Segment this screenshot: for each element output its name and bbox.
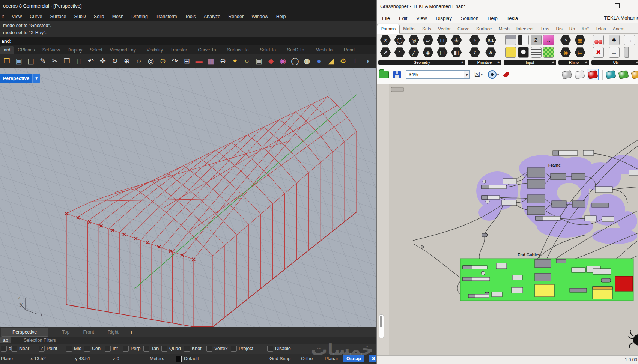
rhino-toolbar-icon[interactable]: ◢ (325, 56, 337, 67)
component-hex-icon[interactable]: A (485, 47, 497, 58)
toolbar-tab[interactable]: Set View (39, 46, 64, 54)
osnap-option[interactable]: ✓ Point (39, 346, 57, 352)
viewport-dropdown-icon[interactable]: ▼ (32, 74, 40, 83)
toolbar-tab[interactable]: Select (86, 46, 106, 54)
rhino-toolbar-icon[interactable]: ↻ (109, 56, 121, 67)
osnap-option[interactable]: ✓ d (1, 346, 11, 352)
viewport-title-chip[interactable]: Perspective ▼ (0, 74, 40, 83)
rhino-toolbar-icon[interactable]: ⊖ (217, 56, 229, 67)
component-hex-icon[interactable]: ◻ (436, 35, 448, 45)
gh-menu-item[interactable]: Display (436, 15, 452, 21)
component-hex-icon[interactable]: ◈ (422, 47, 433, 58)
toolbar-tab[interactable]: Solid To... (256, 46, 283, 54)
component-hex-icon[interactable]: ↗ (380, 47, 391, 58)
rhino-toolbar-icon[interactable]: ⊙ (157, 56, 169, 67)
layer-color-swatch[interactable] (176, 356, 182, 362)
rhino-toolbar-icon[interactable]: ▬ (193, 56, 205, 67)
rhino-menu-item[interactable]: Drafting (131, 14, 148, 19)
gh-menu-item[interactable]: Solution (461, 15, 478, 21)
gh-category-tab[interactable]: Anem (609, 24, 628, 33)
group-frame-blob[interactable] (476, 155, 638, 244)
component-hex-icon[interactable]: ◑ (469, 35, 480, 45)
gh-category-tab[interactable]: Params (377, 24, 400, 34)
component-hex-icon[interactable]: ◎ (408, 35, 420, 45)
paint-brush-icon[interactable] (503, 71, 510, 78)
component-tile-icon[interactable] (624, 47, 629, 58)
rhino-toolbar-icon[interactable]: ◌ (133, 56, 145, 67)
selection-filters-tab[interactable]: Selection Filters (24, 338, 56, 343)
rhino-menu-item[interactable]: Transform (156, 14, 177, 19)
toolbar-tab[interactable]: ard (0, 46, 14, 54)
rhino-toolbar-icon[interactable]: ✛ (97, 56, 109, 67)
component-hex-icon[interactable]: ▱ (422, 35, 433, 45)
osnap-checkbox[interactable]: ✓ (11, 346, 17, 352)
osnap-checkbox[interactable]: ✓ (66, 346, 72, 352)
toolbar-tab[interactable]: Curve To... (194, 46, 224, 54)
gh-menu-item[interactable]: File (382, 15, 390, 21)
zoom-fit-dropdown-icon[interactable]: ▾ (481, 73, 483, 77)
rhino-menu-item[interactable]: Solid (94, 14, 104, 19)
maximize-button[interactable] (610, 0, 625, 11)
gh-category-tab[interactable]: Intersect (513, 24, 537, 33)
group-label-primitive[interactable]: Primitive+ (468, 60, 501, 65)
group-label-util[interactable]: Util+ (591, 60, 638, 65)
rhino-menu-item[interactable]: it (2, 14, 4, 19)
osnap-checkbox[interactable]: ✓ (105, 346, 111, 352)
preview-eye-icon[interactable] (488, 70, 497, 79)
rhino-menu-item[interactable]: Mesh (112, 14, 124, 19)
toolbar-tab[interactable]: SubD To... (283, 46, 312, 54)
gh-menu-item[interactable]: Edit (399, 15, 407, 21)
viewport-tab-top[interactable]: Top (62, 329, 69, 335)
status-toggle[interactable]: Grid Snap (269, 356, 290, 361)
osnap-option[interactable]: ✓ Tan (143, 346, 159, 352)
gh-category-tab[interactable]: Tekla (592, 24, 609, 33)
rhino-menu-item[interactable]: Curve (30, 14, 42, 19)
rhino-toolbar-icon[interactable]: ◑ (361, 56, 373, 67)
viewport-tab-front[interactable]: Front (83, 329, 94, 335)
layer-button[interactable]: Default (184, 356, 199, 361)
component-hex-icon[interactable]: ◯ (394, 35, 405, 45)
group-label-rhino[interactable]: Rhino+ (558, 60, 589, 65)
gh-category-tab[interactable]: Sets (419, 24, 435, 33)
gh-menu-item[interactable]: Tekla (507, 15, 518, 21)
component-hex-icon[interactable]: ✕ (380, 35, 391, 45)
viewport-tab-perspective[interactable]: Perspective (1, 328, 48, 337)
steel-frame-wireframe[interactable] (66, 96, 357, 327)
osnap-checkbox[interactable]: ✓ (206, 346, 212, 352)
toolbar-tab[interactable]: Mesh To... (312, 46, 340, 54)
osnap-option[interactable]: ✓ Cen (84, 346, 101, 352)
toolbar-tab[interactable]: Surface To... (223, 46, 256, 54)
preview-mode-selected[interactable] (587, 69, 599, 80)
gh-menu-item[interactable]: View (416, 15, 427, 21)
osnap-checkbox[interactable]: ✓ (1, 346, 7, 352)
component-tile-icon[interactable]: ✖ (593, 47, 604, 58)
component-tile-icon[interactable]: ‥ (543, 35, 554, 45)
rhino-toolbar-icon[interactable]: ⚙ (337, 56, 349, 67)
component-hex-icon[interactable]: ◜ (394, 47, 405, 58)
preview-dropdown-icon[interactable]: ▾ (497, 73, 499, 77)
osnap-option[interactable]: ✓ Vertex (206, 346, 227, 352)
rhino-toolbar-icon[interactable]: ▯ (73, 56, 85, 67)
rhino-toolbar-icon[interactable]: ◉ (277, 56, 289, 67)
osnap-option[interactable]: ✓ Mid (66, 346, 81, 352)
osnap-checkbox[interactable]: ✓ (231, 346, 237, 352)
toolbar-tab[interactable]: Rend (340, 46, 358, 54)
canvas-hscroll-thumb[interactable] (391, 87, 404, 92)
osnap-checkbox[interactable]: ✓ (267, 346, 273, 352)
gh-canvas[interactable]: Frame (389, 84, 638, 355)
component-hex-icon[interactable]: ▦ (575, 35, 586, 45)
rhino-toolbar-icon[interactable]: ◆ (265, 56, 277, 67)
rhino-menu-item[interactable]: Analyze (204, 14, 220, 19)
component-tile-icon[interactable] (593, 35, 604, 45)
component-hex-icon[interactable]: ╱ (408, 47, 420, 58)
toolbar-tab[interactable]: Visibility (143, 46, 167, 54)
rhino-toolbar-icon[interactable]: ⊕ (121, 56, 133, 67)
component-hex-icon[interactable]: 7 (469, 47, 480, 58)
rhino-toolbar-icon[interactable]: ⊥ (349, 56, 361, 67)
save-file-icon[interactable] (393, 71, 401, 78)
document-selector[interactable]: TEKLA Mohame (604, 15, 638, 21)
component-tile-icon[interactable]: → (624, 35, 635, 45)
component-tile-icon[interactable] (543, 47, 554, 58)
component-tile-icon[interactable] (518, 47, 529, 58)
osnap-checkbox[interactable]: ✓ (161, 346, 167, 352)
